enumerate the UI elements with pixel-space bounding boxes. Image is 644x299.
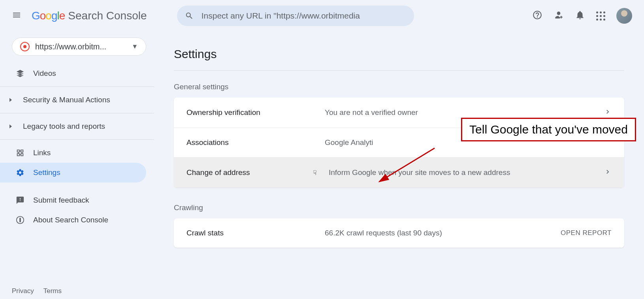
page-title: Settings	[174, 47, 624, 71]
row-crawl-stats[interactable]: Crawl stats 66.2K crawl requests (last 9…	[174, 218, 624, 248]
row-label: Change of address	[186, 168, 325, 177]
search-input[interactable]	[201, 11, 406, 21]
sidebar-label: Submit feedback	[33, 196, 89, 205]
sidebar-item-legacy[interactable]: Legacy tools and reports	[0, 117, 154, 136]
sidebar: https://www.orbitm... ▼ Videos Security …	[0, 32, 154, 299]
apps-icon[interactable]	[596, 11, 605, 21]
menu-icon[interactable]	[8, 6, 25, 25]
sidebar-item-settings[interactable]: Settings	[0, 163, 146, 182]
videos-icon	[16, 69, 24, 78]
divider	[0, 113, 154, 113]
divider	[0, 87, 154, 87]
row-label: Crawl stats	[186, 229, 325, 237]
notifications-icon[interactable]	[575, 10, 585, 22]
header: Google Search Console	[0, 0, 644, 32]
sidebar-item-security[interactable]: Security & Manual Actions	[0, 90, 154, 110]
terms-link[interactable]: Terms	[43, 287, 62, 295]
links-icon	[16, 149, 24, 157]
sidebar-label: Videos	[33, 69, 56, 78]
sidebar-item-about[interactable]: About Search Console	[0, 210, 154, 230]
row-value: 66.2K crawl requests (last 90 days)	[325, 229, 561, 237]
gear-icon	[16, 168, 24, 177]
help-icon[interactable]	[532, 10, 542, 22]
sidebar-label: Security & Manual Actions	[23, 96, 110, 104]
sidebar-item-links[interactable]: Links	[0, 143, 154, 163]
row-value: You are not a verified owner	[325, 108, 604, 117]
main-content: Settings General settings Ownership veri…	[154, 32, 644, 299]
open-report-button[interactable]: OPEN REPORT	[561, 229, 612, 237]
search-bar[interactable]	[177, 6, 414, 26]
property-favicon-icon	[20, 42, 30, 51]
sidebar-label: Settings	[33, 168, 60, 177]
users-icon[interactable]	[554, 10, 564, 22]
header-actions	[532, 8, 632, 24]
expand-icon	[9, 124, 12, 128]
dropdown-icon: ▼	[132, 43, 138, 50]
feedback-icon	[16, 196, 24, 205]
privacy-link[interactable]: Privacy	[12, 287, 34, 295]
general-settings-card: Ownership verification You are not a ver…	[174, 98, 624, 188]
property-selector[interactable]: https://www.orbitm... ▼	[12, 38, 146, 56]
sidebar-label: Legacy tools and reports	[23, 122, 105, 131]
row-label: Ownership verification	[186, 108, 325, 117]
logo[interactable]: Google Search Console	[32, 9, 147, 22]
sidebar-item-feedback[interactable]: Submit feedback	[0, 190, 154, 210]
property-url: https://www.orbitm...	[35, 42, 126, 51]
avatar[interactable]	[616, 8, 632, 24]
sidebar-label: About Search Console	[33, 216, 108, 224]
section-label-crawling: Crawling	[174, 203, 624, 212]
cursor-icon: ☟	[313, 169, 317, 177]
annotation-callout: Tell Google that you've moved	[461, 118, 636, 141]
row-change-address[interactable]: Change of address ☟ Inform Google when y…	[174, 158, 624, 188]
chevron-right-icon	[604, 108, 612, 117]
divider	[0, 139, 154, 140]
google-logo: Google	[32, 9, 65, 22]
section-label-general: General settings	[174, 83, 624, 91]
info-icon	[16, 216, 24, 224]
sidebar-label: Links	[33, 149, 51, 157]
row-label: Associations	[186, 138, 325, 147]
sidebar-item-videos[interactable]: Videos	[0, 64, 154, 83]
expand-icon	[9, 98, 12, 102]
row-value: Inform Google when your site moves to a …	[329, 168, 604, 177]
product-name: Search Console	[68, 9, 147, 22]
crawling-card: Crawl stats 66.2K crawl requests (last 9…	[174, 218, 624, 248]
chevron-right-icon	[604, 168, 612, 177]
sidebar-footer: Privacy Terms	[12, 287, 62, 295]
search-icon	[185, 11, 194, 21]
